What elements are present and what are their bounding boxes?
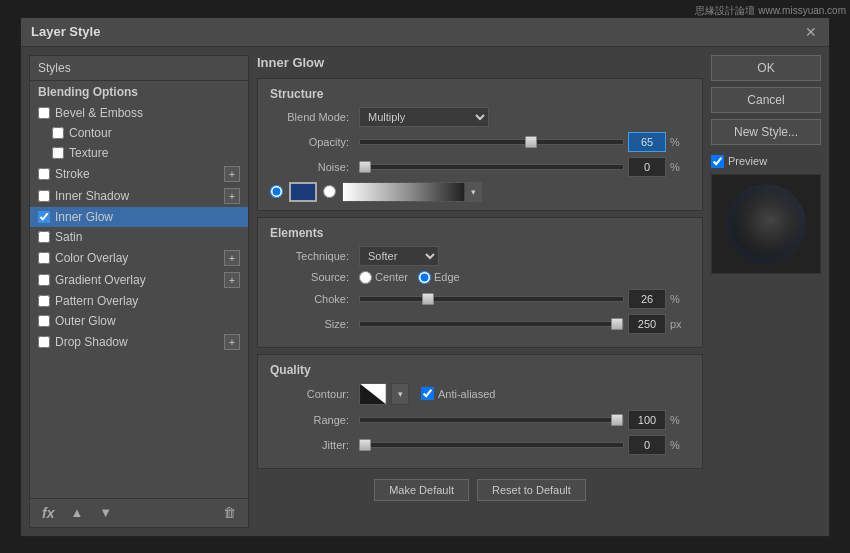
opacity-label: Opacity: — [270, 136, 355, 148]
color-row: ▾ — [270, 182, 690, 202]
preview-checkbox[interactable] — [711, 155, 724, 168]
technique-select[interactable]: Softer Precise — [359, 246, 439, 266]
opacity-row: Opacity: % — [270, 132, 690, 152]
gradient-dropdown-btn[interactable]: ▾ — [464, 183, 482, 201]
noise-input[interactable] — [628, 157, 666, 177]
choke-slider[interactable] — [359, 296, 624, 302]
inner-glow-checkbox[interactable] — [38, 211, 50, 223]
jitter-slider[interactable] — [359, 442, 624, 448]
drop-shadow-checkbox[interactable] — [38, 336, 50, 348]
ok-button[interactable]: OK — [711, 55, 821, 81]
size-slider[interactable] — [359, 321, 624, 327]
stroke-add-btn[interactable]: + — [224, 166, 240, 182]
delete-button[interactable]: 🗑 — [219, 503, 240, 522]
sidebar-item-drop-shadow[interactable]: Drop Shadow + — [30, 331, 248, 353]
anti-aliased-label[interactable]: Anti-aliased — [421, 387, 495, 400]
jitter-input[interactable] — [628, 435, 666, 455]
color-overlay-checkbox[interactable] — [38, 252, 50, 264]
preview-label[interactable]: Preview — [711, 155, 821, 168]
blend-mode-row: Blend Mode: Multiply Normal Screen — [270, 107, 690, 127]
source-edge-radio[interactable] — [418, 271, 431, 284]
color-swatch[interactable] — [289, 182, 317, 202]
sidebar-item-inner-glow[interactable]: Inner Glow — [30, 207, 248, 227]
pattern-overlay-checkbox[interactable] — [38, 295, 50, 307]
sidebar-item-contour[interactable]: Contour — [30, 123, 248, 143]
stroke-label: Stroke — [55, 167, 219, 181]
color-overlay-add-btn[interactable]: + — [224, 250, 240, 266]
move-down-button[interactable]: ▼ — [95, 503, 116, 522]
quality-title: Quality — [270, 363, 690, 377]
sidebar-item-bevel[interactable]: Bevel & Emboss — [30, 103, 248, 123]
range-slider[interactable] — [359, 417, 624, 423]
fx-button[interactable]: fx — [38, 503, 58, 523]
sidebar-item-outer-glow[interactable]: Outer Glow — [30, 311, 248, 331]
noise-label: Noise: — [270, 161, 355, 173]
reset-to-default-button[interactable]: Reset to Default — [477, 479, 586, 501]
elements-title: Elements — [270, 226, 690, 240]
sidebar-item-satin[interactable]: Satin — [30, 227, 248, 247]
styles-label: Styles — [38, 61, 71, 75]
source-center-radio[interactable] — [359, 271, 372, 284]
watermark: 思緣設計論壇 www.missyuan.com — [695, 4, 846, 18]
right-panel: OK Cancel New Style... Preview — [711, 55, 821, 528]
stroke-checkbox[interactable] — [38, 168, 50, 180]
left-panel: Styles Blending Options Bevel & Emboss C… — [29, 55, 249, 528]
sidebar-item-inner-shadow[interactable]: Inner Shadow + — [30, 185, 248, 207]
satin-checkbox[interactable] — [38, 231, 50, 243]
source-row: Source: Center Edge — [270, 271, 690, 284]
gradient-overlay-add-btn[interactable]: + — [224, 272, 240, 288]
sidebar-item-gradient-overlay[interactable]: Gradient Overlay + — [30, 269, 248, 291]
contour-dropdown-btn[interactable]: ▾ — [391, 383, 409, 405]
contour-checkbox[interactable] — [52, 127, 64, 139]
dialog-body: Styles Blending Options Bevel & Emboss C… — [21, 47, 829, 536]
sidebar-item-stroke[interactable]: Stroke + — [30, 163, 248, 185]
size-label: Size: — [270, 318, 355, 330]
opacity-slider[interactable] — [359, 139, 624, 145]
choke-input[interactable] — [628, 289, 666, 309]
outer-glow-checkbox[interactable] — [38, 315, 50, 327]
size-input[interactable] — [628, 314, 666, 334]
elements-section: Elements Technique: Softer Precise Sourc… — [257, 217, 703, 348]
contour-svg — [360, 384, 386, 404]
bevel-checkbox[interactable] — [38, 107, 50, 119]
drop-shadow-add-btn[interactable]: + — [224, 334, 240, 350]
inner-shadow-add-btn[interactable]: + — [224, 188, 240, 204]
source-center-label[interactable]: Center — [359, 271, 408, 284]
size-row: Size: px — [270, 314, 690, 334]
range-label: Range: — [270, 414, 355, 426]
range-row: Range: % — [270, 410, 690, 430]
solid-color-radio[interactable] — [270, 185, 283, 198]
source-label: Source: — [270, 271, 355, 283]
noise-row: Noise: % — [270, 157, 690, 177]
make-default-button[interactable]: Make Default — [374, 479, 469, 501]
contour-preview[interactable] — [359, 383, 387, 405]
gradient-radio[interactable] — [323, 185, 336, 198]
noise-unit: % — [670, 161, 690, 173]
gradient-swatch[interactable]: ▾ — [342, 182, 482, 202]
blend-mode-select[interactable]: Multiply Normal Screen — [359, 107, 489, 127]
texture-checkbox[interactable] — [52, 147, 64, 159]
opacity-input[interactable] — [628, 132, 666, 152]
gradient-overlay-checkbox[interactable] — [38, 274, 50, 286]
noise-slider[interactable] — [359, 164, 624, 170]
inner-shadow-checkbox[interactable] — [38, 190, 50, 202]
sidebar-item-texture[interactable]: Texture — [30, 143, 248, 163]
layer-items: Blending Options Bevel & Emboss Contour … — [30, 81, 248, 498]
new-style-button[interactable]: New Style... — [711, 119, 821, 145]
preview-inner — [726, 184, 806, 264]
close-button[interactable]: ✕ — [803, 24, 819, 40]
quality-section: Quality Contour: ▾ Anti-aliased — [257, 354, 703, 469]
blend-mode-label: Blend Mode: — [270, 111, 355, 123]
bevel-label: Bevel & Emboss — [55, 106, 240, 120]
sidebar-item-color-overlay[interactable]: Color Overlay + — [30, 247, 248, 269]
styles-header: Styles — [30, 56, 248, 81]
satin-label: Satin — [55, 230, 240, 244]
sidebar-item-pattern-overlay[interactable]: Pattern Overlay — [30, 291, 248, 311]
cancel-button[interactable]: Cancel — [711, 87, 821, 113]
move-up-button[interactable]: ▲ — [66, 503, 87, 522]
contour-label: Contour — [69, 126, 240, 140]
middle-panel: Inner Glow Structure Blend Mode: Multipl… — [257, 55, 703, 528]
anti-aliased-checkbox[interactable] — [421, 387, 434, 400]
range-input[interactable] — [628, 410, 666, 430]
source-edge-label[interactable]: Edge — [418, 271, 460, 284]
